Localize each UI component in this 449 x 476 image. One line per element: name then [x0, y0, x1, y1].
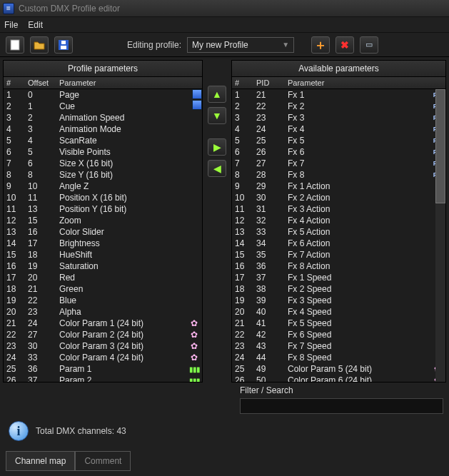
table-row[interactable]: 626Fx 6FX: [232, 146, 445, 158]
left-header-param[interactable]: Parameter: [56, 77, 202, 88]
save-button[interactable]: [54, 36, 73, 54]
table-row[interactable]: 1939Fx 3 Speed: [232, 295, 445, 306]
table-row[interactable]: 1333Fx 5 Action: [232, 226, 445, 238]
table-row[interactable]: 910Angle Z: [4, 181, 202, 192]
move-down-button[interactable]: ▼: [208, 107, 226, 124]
table-row[interactable]: 1232Fx 4 Action: [232, 215, 445, 226]
table-row[interactable]: 1434Fx 6 Action: [232, 238, 445, 249]
flower-icon: ✿: [191, 353, 198, 363]
scrollbar-thumb[interactable]: [192, 89, 202, 99]
move-right-button[interactable]: ▶: [208, 138, 226, 156]
tab-comment[interactable]: Comment: [75, 451, 131, 471]
table-row[interactable]: 1011Position X (16 bit): [4, 192, 202, 203]
table-row[interactable]: 2637Param 2▮▮▮: [4, 375, 202, 382]
bottom-tabs: Channel map Comment: [0, 448, 449, 476]
info-icon: i: [9, 421, 29, 441]
arrow-right-icon: ▶: [213, 141, 221, 153]
table-row[interactable]: 1113Position Y (16 bit): [4, 203, 202, 215]
tab-channel-map[interactable]: Channel map: [6, 451, 75, 471]
folder-icon: [34, 40, 45, 50]
table-row[interactable]: 1316Color Slider: [4, 226, 202, 238]
app-icon: ≡: [3, 3, 14, 14]
table-row[interactable]: 1720Red: [4, 272, 202, 283]
right-header-param[interactable]: Parameter: [285, 77, 430, 88]
table-row[interactable]: 2444Fx 8 Speed: [232, 352, 445, 363]
table-row[interactable]: 1030Fx 2 Action: [232, 192, 445, 203]
new-button[interactable]: [6, 36, 24, 54]
table-row[interactable]: 2124Color Param 1 (24 bit)✿: [4, 318, 202, 329]
table-row[interactable]: 2433Color Param 4 (24 bit)✿: [4, 352, 202, 363]
left-table-body[interactable]: 10Page21Cue32Animation Speed43Animation …: [4, 89, 202, 382]
right-panel-title: Available parameters: [232, 61, 445, 77]
table-row[interactable]: 929Fx 1 Action: [232, 181, 445, 192]
table-row[interactable]: 1535Fx 7 Action: [232, 249, 445, 260]
svg-rect-0: [11, 40, 19, 50]
plus-icon: ＋: [314, 36, 327, 54]
table-row[interactable]: 525Fx 5FX: [232, 135, 445, 146]
table-row[interactable]: 2330Color Param 3 (24 bit)✿: [4, 340, 202, 352]
arrow-down-icon: ▼: [212, 110, 222, 121]
bars-icon: ▮▮▮: [189, 377, 200, 383]
table-row[interactable]: 828Fx 8FX: [232, 169, 445, 181]
toolbar: Editing profile: My new Profile ▼ ＋ ✖ ▭: [0, 33, 449, 57]
table-row[interactable]: 43Animation Mode: [4, 123, 202, 135]
table-row[interactable]: 2141Fx 5 Speed: [232, 318, 445, 329]
table-row[interactable]: 2549Color Param 5 (24 bit)✿: [232, 363, 445, 375]
table-row[interactable]: 32Animation Speed: [4, 112, 202, 123]
editing-profile-label: Editing profile:: [127, 40, 181, 50]
add-profile-button[interactable]: ＋: [311, 36, 330, 54]
table-row[interactable]: 1215Zoom: [4, 215, 202, 226]
table-row[interactable]: 1821Green: [4, 283, 202, 295]
table-row[interactable]: 54ScanRate: [4, 135, 202, 146]
file-icon: [10, 39, 20, 51]
move-up-button[interactable]: ▲: [208, 86, 226, 103]
table-row[interactable]: 2040Fx 4 Speed: [232, 306, 445, 318]
move-left-button[interactable]: ◀: [208, 160, 226, 177]
filter-input[interactable]: [240, 398, 443, 414]
right-table-body[interactable]: 121Fx 1FX222Fx 2FX323Fx 3FX424Fx 4FX525F…: [232, 89, 445, 382]
table-row[interactable]: 323Fx 3FX: [232, 112, 445, 123]
profile-combo[interactable]: My new Profile ▼: [187, 37, 294, 53]
table-row[interactable]: 727Fx 7FX: [232, 158, 445, 169]
scrollbar-thumb[interactable]: [435, 89, 445, 203]
table-row[interactable]: 65Visible Points: [4, 146, 202, 158]
table-row[interactable]: 2023Alpha: [4, 306, 202, 318]
table-row[interactable]: 1737Fx 1 Speed: [232, 272, 445, 283]
menu-file[interactable]: File: [4, 20, 18, 30]
menu-edit[interactable]: Edit: [28, 20, 43, 30]
table-row[interactable]: 2536Param 1▮▮▮: [4, 363, 202, 375]
table-row[interactable]: 2242Fx 6 Speed: [232, 329, 445, 340]
table-row[interactable]: 1636Fx 8 Action: [232, 260, 445, 272]
table-row[interactable]: 1838Fx 2 Speed: [232, 283, 445, 295]
scrollbar-thumb[interactable]: [192, 100, 202, 110]
table-row[interactable]: 21Cue: [4, 101, 202, 112]
table-row[interactable]: 1417Brightness: [4, 238, 202, 249]
table-row[interactable]: 76Size X (16 bit): [4, 158, 202, 169]
table-row[interactable]: 121Fx 1FX: [232, 89, 445, 101]
left-header-offset[interactable]: Offset: [25, 77, 56, 88]
delete-profile-button[interactable]: ✖: [336, 36, 354, 54]
flower-icon: ✿: [191, 318, 198, 328]
table-row[interactable]: 424Fx 4FX: [232, 123, 445, 135]
table-row[interactable]: 1922Blue: [4, 295, 202, 306]
rename-profile-button[interactable]: ▭: [360, 36, 378, 54]
table-row[interactable]: 10Page: [4, 89, 202, 101]
table-row[interactable]: 2650Color Param 6 (24 bit)✿: [232, 375, 445, 382]
save-icon: [59, 40, 69, 50]
table-row[interactable]: 1131Fx 3 Action: [232, 203, 445, 215]
open-button[interactable]: [30, 36, 49, 54]
table-row[interactable]: 2227Color Param 2 (24 bit)✿: [4, 329, 202, 340]
right-header-idx[interactable]: #: [232, 77, 253, 88]
chevron-down-icon: ▼: [282, 41, 289, 49]
right-scrollbar[interactable]: [435, 89, 445, 382]
table-row[interactable]: 1619Saturation: [4, 260, 202, 272]
table-row[interactable]: 88Size Y (16 bit): [4, 169, 202, 181]
table-row[interactable]: 1518HueShift: [4, 249, 202, 260]
left-header-idx[interactable]: #: [4, 77, 25, 88]
left-scrollbar[interactable]: [192, 89, 202, 111]
profile-parameters-panel: Profile parameters # Offset Parameter 10…: [3, 60, 203, 383]
row-index: 26: [4, 374, 25, 382]
table-row[interactable]: 222Fx 2FX: [232, 101, 445, 112]
right-header-pid[interactable]: PID: [253, 77, 285, 88]
table-row[interactable]: 2343Fx 7 Speed: [232, 340, 445, 352]
